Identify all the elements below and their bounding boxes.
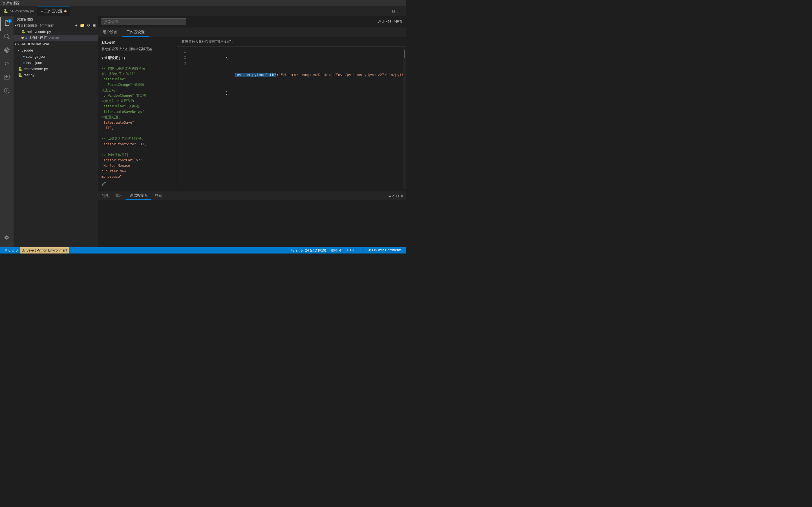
python-file-icon: 🐍 [3, 9, 8, 13]
open-editor-workspace[interactable]: ≡ 工作区设置 .vscode [13, 35, 98, 41]
tab-workspace-settings[interactable]: 工作区设置 [122, 28, 149, 37]
sidebar-vscode-folder[interactable]: ▾ .vscode [13, 47, 98, 53]
tab-hellovscode[interactable]: 🐍 hellovscode.py [0, 6, 38, 16]
tab-user-settings[interactable]: 用户设置 [98, 28, 122, 37]
sidebar-tasks-json[interactable]: ≡ tasks.json [13, 59, 98, 66]
line-ending-text: LF [360, 248, 364, 252]
settings-left-panel: 默认设置 将您的设置放入右侧编辑器以覆盖。 ▾ 常用设置 (11) // 控制已… [98, 37, 177, 191]
activity-search[interactable] [0, 31, 13, 44]
common-settings-chevron: ▾ [101, 56, 103, 60]
split-editor-button[interactable]: ⊟ [391, 8, 396, 14]
sidebar-test-py[interactable]: 🐍 test.py [13, 72, 98, 78]
panel-split-button[interactable]: ⊟ [396, 193, 399, 198]
extensions-icon [4, 74, 10, 82]
spaces-text: 空格: 4 [331, 248, 341, 253]
settings-tabs: 用户设置 工作区设置 [98, 28, 406, 37]
title-bar: 资源管理器 [0, 0, 406, 6]
tab-output-label: 输出 [116, 193, 123, 198]
tab-bar-actions: ⊟ ⋯ [391, 6, 406, 16]
open-editors-section[interactable]: ▾ 打开的编辑器 1个未保存 + 📁 ↺ ⊟ [13, 22, 98, 29]
activity-remote[interactable] [0, 85, 13, 98]
workspace-chevron: ▾ [15, 43, 16, 46]
test-py-name: test.py [24, 73, 35, 77]
activity-debug[interactable] [0, 58, 13, 71]
settings-json-icon: ≡ [22, 54, 25, 59]
panel-filter-button[interactable]: ≡ [389, 193, 391, 198]
new-file-button[interactable]: + [74, 23, 79, 28]
common-settings-title[interactable]: ▾ 常用设置 (11) [101, 56, 173, 61]
main-layout: 1 [0, 16, 406, 247]
edit-pencil-icon[interactable] [101, 182, 173, 187]
workspace-root[interactable]: ▾ VSCODEWORKSPACE [13, 41, 98, 47]
language-text: JSON with Comments [368, 248, 402, 252]
warning-icon: ⚠ [11, 248, 15, 252]
modified-dot [21, 37, 24, 39]
open-editor-hellovscode[interactable]: 🐍 hellovscode.py [13, 29, 98, 35]
open-editor-workspace-suffix: .vscode [48, 36, 59, 40]
error-count: 0 [8, 248, 10, 252]
activity-extensions[interactable] [0, 71, 13, 85]
activity-explorer[interactable]: 1 [0, 17, 13, 31]
sidebar-hellovscode-py[interactable]: 🐍 hellovscode.py [13, 66, 98, 72]
status-line-ending[interactable]: LF [357, 248, 366, 252]
status-errors[interactable]: ✕ 0 ⚠ 0 [2, 247, 20, 253]
refresh-button[interactable]: ↺ [86, 23, 91, 28]
settings-search-bar: 总计 453 个设置 [98, 16, 406, 28]
encoding-text: UTF-8 [346, 248, 355, 252]
python-icon-small: 🐍 [21, 30, 26, 34]
code-editor[interactable]: 1 2 3 { "python.pythonPath": "/Users/zha… [177, 47, 406, 191]
settings-content: 默认设置 将您的设置放入右侧编辑器以覆盖。 ▾ 常用设置 (11) // 控制已… [98, 37, 406, 191]
tab-problems[interactable]: 问题 [98, 192, 112, 200]
common-settings-description: // 控制已更新文件的自动保 存。接受的值："off"、 "afterDelay… [101, 66, 173, 179]
panel-actions: ≡ ∧ ⊟ ✕ [389, 193, 406, 198]
python-path-key: "python.pythonPath" [235, 73, 276, 77]
settings-count: 总计 453 个设置 [378, 19, 403, 24]
code-line-2: "python.pythonPath": "/Users/zhangkun/De… [191, 66, 403, 84]
remote-icon [4, 88, 10, 96]
settings-panel: 总计 453 个设置 用户设置 工作区设置 默认设置 将您的设置放入右侧编辑器以… [98, 16, 406, 191]
settings-search-input[interactable] [101, 18, 186, 25]
tab-debug-console[interactable]: 调试控制台 [126, 192, 151, 200]
default-settings-title: 默认设置 [101, 41, 173, 45]
tab-bar: 🐍 hellovscode.py ≡ 工作区设置 ⊟ ⋯ [0, 6, 406, 16]
status-encoding[interactable]: UTF-8 [343, 248, 357, 252]
open-editors-actions: + 📁 ↺ ⊟ [74, 23, 97, 28]
workspace-label: VSCODEWORKSPACE [17, 42, 53, 46]
test-py-icon: 🐍 [18, 73, 22, 77]
status-python-env[interactable]: ⚠ Select Python Environment [20, 247, 69, 253]
new-folder-button[interactable]: 📁 [79, 23, 86, 28]
python-path-value: "/Users/zhangkun/Desktop/Envs/pythonstyd… [281, 73, 403, 77]
scrollbar[interactable] [403, 49, 406, 189]
tab-terminal[interactable]: 终端 [151, 192, 165, 200]
panel: 问题 输出 调试控制台 终端 ≡ ∧ ⊟ ✕ [98, 191, 406, 247]
folder-chevron: ▾ [18, 49, 19, 52]
tab-problems-label: 问题 [101, 193, 109, 198]
settings-icon: ≡ [41, 10, 43, 13]
vscode-folder-name: .vscode [20, 48, 33, 52]
tab-workspace-settings-label: 工作区设置 [44, 9, 63, 14]
open-editors-chevron: ▾ [15, 24, 16, 27]
panel-up-button[interactable]: ∧ [392, 193, 395, 198]
tasks-json-icon: ≡ [22, 61, 25, 65]
git-icon [4, 47, 10, 55]
activity-manage[interactable] [0, 231, 13, 245]
panel-close-button[interactable]: ✕ [400, 193, 404, 198]
tab-workspace-label: 工作区设置 [126, 30, 145, 34]
status-position[interactable]: 行 2，列 24 (已选择19) [289, 248, 328, 253]
code-content[interactable]: { "python.pythonPath": "/Users/zhangkun/… [188, 49, 403, 189]
sidebar-title: 资源管理器 [17, 17, 33, 21]
collapse-button[interactable]: ⊟ [92, 23, 97, 28]
status-spaces[interactable]: 空格: 4 [328, 248, 343, 253]
more-actions-button[interactable]: ⋯ [398, 8, 404, 14]
line-num-2: 2 [177, 55, 186, 61]
code-line-3: } [191, 84, 403, 102]
sidebar-settings-json[interactable]: ≡ settings.json [13, 53, 98, 59]
tab-debug-console-label: 调试控制台 [130, 193, 148, 198]
status-language[interactable]: JSON with Comments [366, 248, 404, 252]
python-env-warning-icon: ⚠ [22, 248, 25, 252]
status-bar: ✕ 0 ⚠ 0 ⚠ Select Python Environment 行 2，… [0, 247, 406, 253]
activity-git[interactable] [0, 44, 13, 58]
warning-count: 0 [16, 248, 18, 252]
tab-workspace-settings[interactable]: ≡ 工作区设置 [38, 6, 70, 16]
tab-output[interactable]: 输出 [112, 192, 126, 200]
